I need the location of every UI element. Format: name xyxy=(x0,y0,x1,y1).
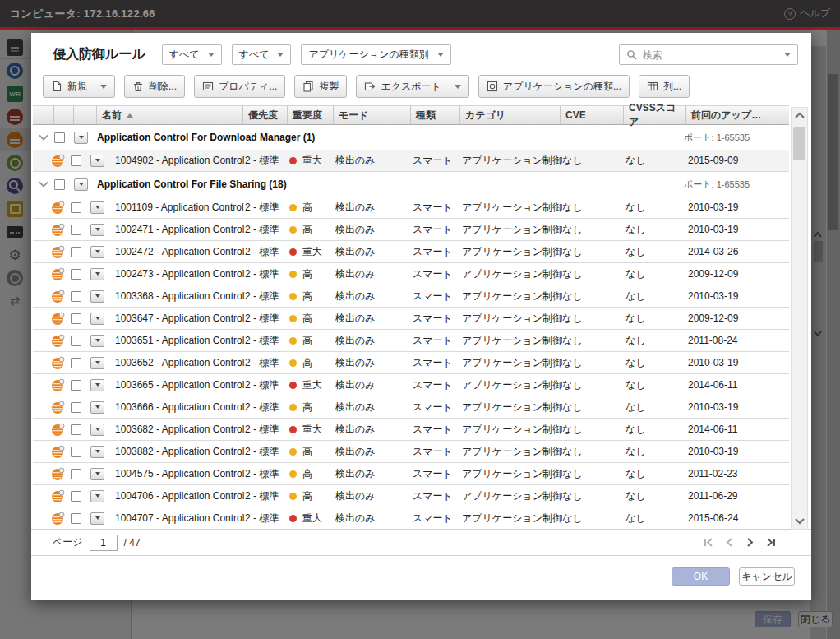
cancel-button[interactable]: キャンセル xyxy=(739,567,795,586)
group-row[interactable]: Application Control For File Sharing (18… xyxy=(33,172,789,197)
ok-button[interactable]: OK xyxy=(672,567,730,586)
row-menu-button[interactable] xyxy=(90,268,104,280)
row-menu-button[interactable] xyxy=(90,446,104,458)
row-menu-button[interactable] xyxy=(90,468,104,480)
new-button[interactable]: 新規 xyxy=(43,75,115,98)
rule-cvss: なし xyxy=(625,485,688,507)
application-types-button[interactable]: アプリケーションの種類... xyxy=(478,75,630,98)
columns-button[interactable]: 列... xyxy=(639,75,690,98)
row-checkbox[interactable] xyxy=(71,469,81,479)
row-checkbox[interactable] xyxy=(71,269,81,280)
column-header-category[interactable]: カテゴリ xyxy=(460,106,561,124)
duplicate-button[interactable]: 複製 xyxy=(294,75,347,98)
table-row[interactable]: 1004707 - Application Control F… 2 - 標準 … xyxy=(33,507,789,528)
table-row[interactable]: 1004575 - Application Control F… 2 - 標準 … xyxy=(33,463,789,485)
export-button[interactable]: エクスポート xyxy=(356,75,468,98)
table-row[interactable]: 1003882 - Application Control F… 2 - 標準 … xyxy=(33,441,789,463)
column-header-cvss[interactable]: CVSSスコア xyxy=(624,106,686,124)
chevron-down-icon[interactable] xyxy=(784,53,791,57)
scroll-down-icon[interactable] xyxy=(792,512,807,529)
row-menu-button[interactable] xyxy=(90,401,104,414)
rule-mode: 検出のみ xyxy=(335,374,413,396)
row-menu-button[interactable] xyxy=(90,246,104,258)
pagination-bar: ページ / 47 xyxy=(31,529,811,556)
table-row[interactable]: 1003651 - Application Control F… 2 - 標準 … xyxy=(33,330,789,352)
row-checkbox[interactable] xyxy=(71,447,81,457)
row-menu-button[interactable] xyxy=(90,290,104,303)
row-checkbox[interactable] xyxy=(71,247,81,257)
column-header-priority[interactable]: 優先度 xyxy=(243,106,288,124)
row-checkbox[interactable] xyxy=(71,155,81,166)
group-collapse-chevron-icon[interactable] xyxy=(33,125,54,150)
row-checkbox[interactable] xyxy=(71,336,81,346)
scrollbar-thumb[interactable] xyxy=(793,127,805,160)
row-checkbox[interactable] xyxy=(71,513,81,524)
ips-rule-icon xyxy=(51,419,71,440)
search-input[interactable] xyxy=(643,49,776,61)
filter-select-2[interactable]: すべて xyxy=(232,44,292,65)
table-row[interactable]: 1003665 - Application Control F… 2 - 標準 … xyxy=(33,374,789,396)
filter-select-1[interactable]: すべて xyxy=(162,44,222,65)
column-header-last-updated[interactable]: 前回のアップ… xyxy=(686,106,789,124)
rule-category: アプリケーション制御 xyxy=(462,441,562,462)
table-row[interactable]: 1002472 - Application Control F… 2 - 標準 … xyxy=(33,241,789,263)
row-menu-button[interactable] xyxy=(90,490,104,502)
row-menu-button[interactable] xyxy=(90,224,104,236)
table-row[interactable]: 1004902 - Application Control F… 2 - 標準 … xyxy=(33,150,789,172)
column-header-mode[interactable]: モード xyxy=(334,106,411,124)
row-menu-button[interactable] xyxy=(90,379,104,391)
table-row[interactable]: 1003368 - Application Control F… 2 - 標準 … xyxy=(33,285,789,308)
row-menu-button[interactable] xyxy=(90,357,104,369)
group-checkbox[interactable] xyxy=(54,179,65,190)
table-scrollbar[interactable] xyxy=(791,107,808,530)
row-checkbox[interactable] xyxy=(71,202,81,213)
group-collapse-chevron-icon[interactable] xyxy=(33,172,54,197)
row-menu-button[interactable] xyxy=(90,201,104,214)
rule-cvss: なし xyxy=(625,507,688,528)
help-link[interactable]: ? ヘルプ xyxy=(784,7,830,21)
row-checkbox[interactable] xyxy=(71,424,81,435)
table-row[interactable]: 1003666 - Application Control F… 2 - 標準 … xyxy=(33,396,789,419)
scroll-up-icon[interactable] xyxy=(792,108,807,124)
table-row[interactable]: 1001109 - Application Control F… 2 - 標準 … xyxy=(33,197,789,219)
properties-button[interactable]: プロパティ... xyxy=(194,75,285,98)
next-page-button[interactable] xyxy=(744,536,756,549)
last-page-button[interactable] xyxy=(764,536,777,549)
column-header-cve[interactable]: CVE xyxy=(561,106,624,124)
row-menu-button[interactable] xyxy=(90,155,104,167)
table-row[interactable]: 1003682 - Application Control F… 2 - 標準 … xyxy=(33,419,789,441)
column-header-name[interactable]: 名前 xyxy=(97,106,243,124)
rule-name: 1004706 - Application Control F… xyxy=(115,485,245,507)
column-header-severity[interactable]: 重要度 xyxy=(288,106,334,124)
group-menu-button[interactable] xyxy=(74,178,88,191)
table-row[interactable]: 1004706 - Application Control F… 2 - 標準 … xyxy=(33,485,789,507)
row-menu-button[interactable] xyxy=(90,512,104,525)
table-row[interactable]: 1003652 - Application Control F… 2 - 標準 … xyxy=(33,352,789,374)
row-checkbox[interactable] xyxy=(71,380,81,391)
first-page-button[interactable] xyxy=(703,536,715,549)
rule-name: 1003368 - Application Control F… xyxy=(115,285,245,307)
group-row[interactable]: Application Control For Download Manager… xyxy=(33,125,789,150)
table-row[interactable]: 1003647 - Application Control F… 2 - 標準 … xyxy=(33,308,789,330)
row-checkbox[interactable] xyxy=(71,402,81,413)
rule-mode: 検出のみ xyxy=(335,263,413,285)
row-menu-button[interactable] xyxy=(90,424,104,436)
delete-button[interactable]: 削除... xyxy=(124,75,185,98)
page-input[interactable] xyxy=(90,535,118,551)
column-header-type[interactable]: 種類 xyxy=(411,106,460,124)
row-checkbox[interactable] xyxy=(71,313,81,324)
previous-page-button[interactable] xyxy=(723,536,736,549)
group-port: ポート: 1-65535 xyxy=(684,125,789,150)
group-menu-button[interactable] xyxy=(74,132,88,144)
row-checkbox[interactable] xyxy=(71,291,81,302)
row-menu-button[interactable] xyxy=(90,335,104,347)
table-row[interactable]: 1002473 - Application Control F… 2 - 標準 … xyxy=(33,263,789,285)
row-checkbox[interactable] xyxy=(71,225,81,235)
row-checkbox[interactable] xyxy=(71,491,81,502)
row-checkbox[interactable] xyxy=(71,358,81,368)
group-by-select[interactable]: アプリケーションの種類別 xyxy=(301,44,450,65)
search-box[interactable] xyxy=(619,44,798,65)
row-menu-button[interactable] xyxy=(90,313,104,325)
group-checkbox[interactable] xyxy=(54,132,65,143)
table-row[interactable]: 1002471 - Application Control F… 2 - 標準 … xyxy=(33,219,789,241)
